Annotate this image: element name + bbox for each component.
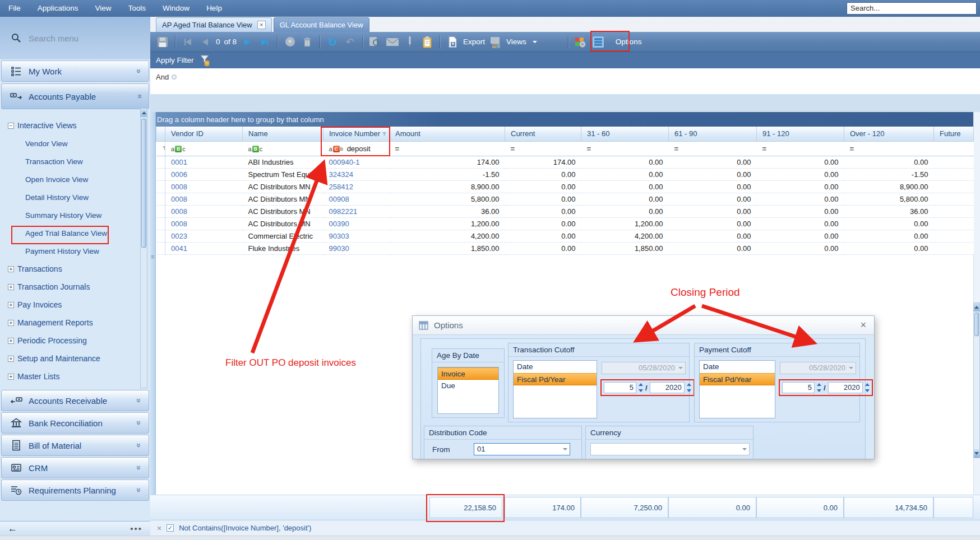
list-item-fiscal-pd-year[interactable]: Fiscal Pd/Year [700,373,775,385]
cell-invoice-number[interactable]: 324324 [323,168,390,180]
transaction-cutoff-date-field[interactable]: 05/28/2020 [602,362,686,374]
expand-icon[interactable] [8,284,14,290]
refresh-icon[interactable] [326,35,339,49]
cell-invoice-number[interactable]: 0982221 [323,205,390,217]
fiscal-period-field[interactable]: 5 [782,382,815,393]
sidebar-item-payment-history-view[interactable]: Payment History View [0,242,150,260]
delete-record-icon[interactable] [301,35,314,49]
table-row[interactable]: 0001 ABI Industries 000940-1 174.00 174.… [156,156,974,168]
cell-vendor-id[interactable]: 0023 [165,230,243,242]
remove-filter-icon[interactable] [157,524,161,533]
save-icon[interactable] [156,35,169,49]
cell-invoice-number[interactable]: 00390 [323,217,390,230]
payment-cutoff-list[interactable]: Date Fiscal Pd/Year [699,360,775,418]
group-by-bar[interactable]: Drag a column header here to group by th… [150,112,980,127]
tree-node-pay-invoices[interactable]: Pay Invoices [0,296,150,314]
table-row[interactable]: 0041 Fluke Industries 99030 1,850.00 0.0… [156,242,974,254]
views-button[interactable]: Views [506,38,526,46]
list-item-fiscal-pd-year[interactable]: Fiscal Pd/Year [514,373,597,385]
first-record-button[interactable] [181,35,195,49]
table-row[interactable]: 0008 AC Distributors MN 00908 5,800.00 0… [156,193,974,205]
sidebar-module-bank-reconciliation[interactable]: Bank Reconciliation [1,412,149,434]
filter-funnel-icon[interactable] [200,54,211,67]
options-button[interactable]: Options [609,35,649,49]
column-header-vendor-id[interactable]: Vendor ID [165,127,243,141]
sidebar-module-bill-of-material[interactable]: Bill of Material [1,435,149,456]
filter-cell-over-120[interactable]: = [844,141,934,156]
tree-node-management-reports[interactable]: Management Reports [0,314,150,332]
column-header-91-120[interactable]: 91 - 120 [757,127,844,141]
menu-help[interactable]: Help [198,0,230,17]
previous-record-button[interactable] [198,35,212,49]
add-record-icon[interactable] [283,35,297,49]
cell-vendor-id[interactable]: 0008 [165,205,243,217]
transaction-cutoff-period-spinner[interactable]: 5 2020 [600,379,695,396]
fiscal-period-field[interactable]: 5 [604,382,636,393]
locate-record-icon[interactable] [368,35,382,49]
spinner-arrows-icon[interactable] [817,383,821,392]
list-item-invoice[interactable]: Invoice [438,367,498,380]
spinner-arrows-icon[interactable] [865,383,870,392]
layout-icon[interactable] [591,35,605,49]
tree-node-setup-and-maintenance[interactable]: Setup and Maintenance [0,350,150,367]
tab-gl-account-balance-view[interactable]: GL Account Balance View [274,17,369,32]
column-header-31-60[interactable]: 31 - 60 [581,127,669,141]
menu-file[interactable]: File [0,0,29,17]
filter-cell-name[interactable] [243,141,323,156]
sidebar-item-vendor-view[interactable]: Vendor View [0,134,150,152]
undo-icon[interactable] [343,35,357,49]
table-row[interactable]: 0023 Commercial Electric 90303 4,200.00 … [156,230,974,242]
currency-select[interactable] [590,443,750,455]
cell-vendor-id[interactable]: 0008 [165,217,243,230]
tree-node-periodic-processing[interactable]: Periodic Processing [0,332,150,350]
cell-invoice-number[interactable]: 00908 [323,193,390,205]
tree-node-master-lists[interactable]: Master Lists [0,367,150,385]
cell-vendor-id[interactable]: 0008 [165,180,243,193]
sidebar-search-input[interactable]: Search menu [0,17,150,59]
column-header-61-90[interactable]: 61 - 90 [669,127,757,141]
expand-icon[interactable] [8,338,14,344]
sidebar-scrollbar[interactable] [140,108,147,388]
mail-icon[interactable] [386,35,399,49]
expand-icon[interactable] [8,374,14,380]
export-icon[interactable] [446,35,459,49]
options-dialog-titlebar[interactable]: Options [413,316,874,335]
filter-cell-amount[interactable]: = [390,141,505,156]
menu-view[interactable]: View [87,0,120,17]
clipboard-icon[interactable] [420,35,434,49]
tree-node-transaction-journals[interactable]: Transaction Journals [0,278,150,296]
scrollbar-thumb[interactable] [974,313,979,336]
tab-ap-aged-trial-balance-view[interactable]: AP Aged Trial Balance View [156,17,272,32]
sidebar-module-crm[interactable]: CRM [1,457,149,478]
scroll-down-icon[interactable] [974,449,979,458]
cell-invoice-number[interactable]: 90303 [323,230,390,242]
filter-condition-operator[interactable]: And [156,73,169,81]
table-row[interactable]: 0008 AC Distributors MN 258412 8,900.00 … [156,180,974,193]
vertical-splitter[interactable] [150,112,156,520]
column-header-amount[interactable]: Amount [390,127,505,141]
column-header-name[interactable]: Name [243,127,323,141]
column-header-over-120[interactable]: Over - 120 [844,127,934,141]
payment-cutoff-date-field[interactable]: 05/28/2020 [780,362,856,374]
payment-cutoff-period-spinner[interactable]: 5 2020 [779,379,873,396]
global-search-input[interactable]: Search... [847,2,977,15]
cell-vendor-id[interactable]: 0001 [165,156,243,168]
table-row[interactable]: 0008 AC Distributors MN 00390 1,200.00 0… [156,217,974,230]
close-icon[interactable] [860,319,866,331]
sidebar-item-aged-trial-balance-view[interactable]: Aged Trial Balance View [0,224,150,242]
cell-invoice-number[interactable]: 000940-1 [323,156,390,168]
scroll-up-icon[interactable] [141,109,147,117]
sidebar-module-accounts-payable[interactable]: Accounts Payable [1,83,149,109]
filter-cell-61-90[interactable]: = [669,141,757,156]
filter-cell-vendor-id[interactable] [165,141,243,156]
sidebar-item-summary-history-view[interactable]: Summary History View [0,206,150,224]
collapse-icon[interactable] [8,123,14,129]
sidebar-item-transaction-view[interactable]: Transaction View [0,152,150,170]
transaction-cutoff-list[interactable]: Date Fiscal Pd/Year [513,360,597,418]
filter-cell-91-120[interactable]: = [757,141,844,156]
cell-invoice-number[interactable]: 99030 [323,242,390,254]
expand-icon[interactable] [8,320,14,326]
overflow-menu-icon[interactable] [130,524,142,533]
scrollbar-thumb[interactable] [141,119,146,248]
filter-expression[interactable]: Not Contains([Invoice Number], 'deposit'… [179,524,311,532]
